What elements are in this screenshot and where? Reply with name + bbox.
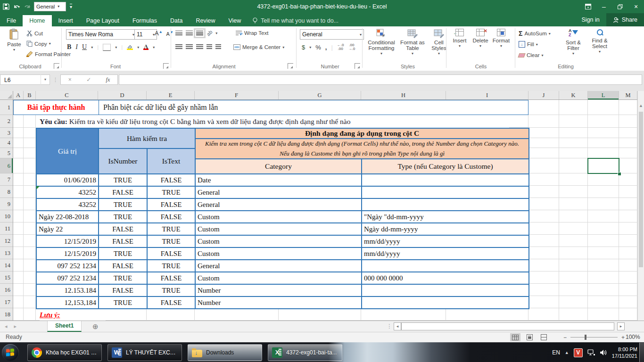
sheet-tab-sheet1[interactable]: Sheet1 (47, 321, 82, 332)
restore-button[interactable] (612, 0, 628, 13)
cell-istext[interactable]: FALSE (147, 272, 195, 284)
column-header-M[interactable]: M (619, 91, 637, 99)
cell-value[interactable]: 097 252 1234 (36, 260, 99, 272)
increase-decimal-icon[interactable]: ←.0.00 (337, 43, 344, 51)
align-center-icon[interactable] (186, 44, 193, 49)
cell-category[interactable]: Custom (195, 223, 362, 235)
tab-data[interactable]: Data (164, 15, 189, 26)
select-all-corner[interactable] (0, 91, 13, 100)
cell-isnumber[interactable]: TRUE (99, 211, 147, 223)
row-header-15[interactable]: 15 (0, 272, 13, 284)
zoom-level[interactable]: 100% (626, 332, 640, 342)
cell-isnumber[interactable]: FALSE (99, 235, 147, 247)
copy-button[interactable]: Copy▾ (26, 41, 51, 47)
tab-view[interactable]: View (222, 15, 248, 26)
cell-istext[interactable]: TRUE (147, 284, 195, 296)
cell-istext[interactable]: TRUE (147, 260, 195, 272)
cell-value[interactable]: 12.153.184 (36, 284, 99, 296)
format-cells-button[interactable]: Format▾ (491, 29, 511, 49)
cut-button[interactable]: Cut (26, 30, 43, 36)
cell-istext[interactable]: FALSE (147, 211, 195, 223)
font-name-combo[interactable]: Times New Roma▾ (66, 29, 137, 40)
row-header-14[interactable]: 14 (0, 259, 13, 272)
column-header-B[interactable]: B (24, 91, 36, 99)
cell-category[interactable]: General (195, 198, 362, 211)
cell-isnumber[interactable]: FALSE (99, 186, 147, 198)
fill-color-icon[interactable] (127, 45, 133, 50)
tab-insert[interactable]: Insert (52, 15, 80, 26)
cell-value[interactable]: 12/15/2019 (36, 247, 99, 260)
page-layout-view-button[interactable] (524, 333, 535, 341)
row-header-4[interactable]: 4 (0, 138, 13, 148)
cell-category[interactable]: Custom (195, 272, 362, 284)
cell-istext[interactable]: FALSE (147, 247, 195, 260)
cell-value[interactable]: 097 252 1234 (36, 272, 99, 284)
cell-value[interactable]: 12/15/2019 (36, 235, 99, 247)
cell-isnumber[interactable]: TRUE (99, 296, 147, 309)
header-format[interactable]: Định dạng đang áp dụng trong cột C (195, 128, 529, 139)
confirm-entry-icon[interactable]: ✓ (86, 76, 91, 83)
scroll-up-icon[interactable]: ▲ (639, 103, 643, 108)
start-button[interactable] (2, 344, 19, 361)
unikey-icon[interactable]: V (574, 348, 583, 357)
cell-styles-button[interactable]: Cell Styles▾ (427, 29, 451, 57)
prev-sheet-icon[interactable]: ◂ (5, 323, 8, 329)
cell-value[interactable]: 01/06/2018 (36, 174, 99, 186)
accounting-dropdown[interactable]: ▾ (309, 45, 311, 49)
row-header-18[interactable]: 18 (0, 308, 13, 321)
next-sheet-icon[interactable]: ▸ (14, 323, 17, 329)
vertical-scrollbar[interactable]: ▲ (637, 91, 644, 321)
zoom-slider-thumb[interactable] (585, 335, 586, 340)
horizontal-scrollbar[interactable]: ◂ ▸ (394, 322, 625, 330)
cell-istext[interactable]: FALSE (147, 296, 195, 309)
cell-category[interactable]: Date (195, 174, 362, 186)
cancel-entry-icon[interactable]: × (68, 76, 72, 83)
row-header-6[interactable]: 6 (0, 158, 13, 173)
header-category[interactable]: Category (195, 159, 362, 174)
column-header-H[interactable]: H (361, 91, 446, 99)
row-header-11[interactable]: 11 (0, 222, 13, 235)
header-type[interactable]: Type (nếu Category là Custome) (362, 159, 529, 174)
tab-home[interactable]: Home (23, 15, 51, 26)
zoom-slider[interactable] (570, 337, 618, 337)
cell-value[interactable]: Ngày 22 (36, 223, 99, 235)
new-sheet-button[interactable]: ⊕ (92, 321, 99, 332)
header-value[interactable]: Giá trị (36, 128, 99, 174)
tab-review[interactable]: Review (189, 15, 222, 26)
scroll-right-icon[interactable]: ▸ (617, 322, 625, 330)
font-size-combo[interactable]: 11▾ (134, 29, 157, 40)
cell-category[interactable]: General (195, 186, 362, 198)
accounting-format-icon[interactable]: $ (302, 44, 305, 51)
lesson-title-cell[interactable]: Phân biệt các dữ liệu dễ gây nhầm lẫn (99, 100, 528, 115)
header-istext[interactable]: IsText (147, 148, 195, 174)
bold-button[interactable]: B (67, 43, 71, 51)
orientation-dropdown[interactable]: ▾ (215, 31, 217, 35)
taskbar-button-chrome[interactable]: Khóa học EXG01 -... (27, 344, 102, 361)
cell-isnumber[interactable]: FALSE (99, 260, 147, 272)
delete-cells-button[interactable]: ✕ Delete▾ (471, 29, 490, 49)
top-align-icon[interactable] (175, 31, 182, 36)
sort-filter-button[interactable]: AZ Sort & Filter▾ (561, 29, 586, 57)
cell-isnumber[interactable]: TRUE (99, 247, 147, 260)
row-header-3[interactable]: 3 (0, 128, 13, 138)
ribbon-display-options-icon[interactable] (580, 0, 596, 13)
tab-page-layout[interactable]: Page Layout (80, 15, 126, 26)
cell-value[interactable]: Ngày 22-08-2018 (36, 211, 99, 223)
column-header-I[interactable]: I (446, 91, 528, 99)
taskbar-clock[interactable]: 8:00 PM 17/11/2021 (612, 346, 637, 359)
font-color-icon[interactable]: A (143, 44, 149, 50)
align-left-icon[interactable] (175, 44, 182, 49)
requirement-cell[interactable]: Yêu cầu: Kiểm tra về kiểu dữ liệu trong … (36, 115, 509, 128)
cell-type[interactable]: 000 000 0000 (362, 272, 529, 284)
cell-type[interactable]: "Ngày "dd-mm-yyyy (362, 211, 529, 223)
row-header-17[interactable]: 17 (0, 296, 13, 308)
column-header-C[interactable]: C (36, 91, 98, 99)
row1-title-block[interactable]: Bài tập thực hành Phân biệt các dữ liệu … (13, 100, 528, 115)
row-header-10[interactable]: 10 (0, 210, 13, 222)
cell-istext[interactable]: TRUE (147, 223, 195, 235)
column-header-K[interactable]: K (559, 91, 588, 99)
column-header-L[interactable]: L (588, 91, 619, 99)
tab-file[interactable]: File (0, 15, 23, 26)
number-format-combo[interactable]: General▾ (300, 29, 364, 40)
column-header-F[interactable]: F (195, 91, 279, 99)
